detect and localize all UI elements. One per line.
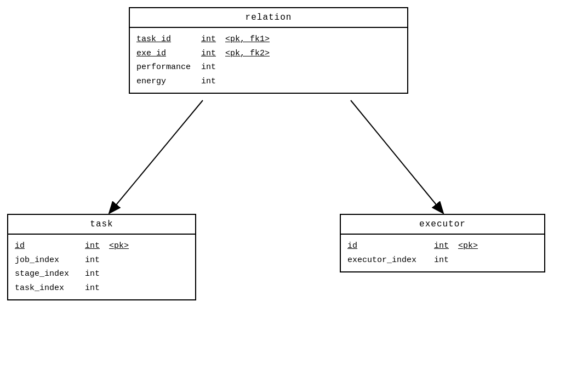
table-row: id int <pk> (15, 239, 189, 253)
field-type: int (85, 281, 105, 296)
entity-relation: relation task_id int <pk, fk1> exe_id in… (129, 7, 408, 94)
entity-executor-body: id int <pk> executor_index int (341, 235, 544, 271)
field-key: <pk> (458, 239, 478, 253)
entity-executor: executor id int <pk> executor_index int (340, 214, 545, 272)
field-type: int (201, 75, 221, 89)
entity-executor-header: executor (341, 215, 544, 235)
field-name: task_index (15, 281, 81, 296)
field-type: int (434, 239, 454, 253)
diagram-container: relation task_id int <pk, fk1> exe_id in… (0, 0, 565, 392)
field-key: <pk, fk2> (225, 47, 270, 61)
field-type: int (201, 32, 221, 47)
entity-task-header: task (8, 215, 195, 235)
field-name: id (15, 239, 81, 253)
table-row: exe_id int <pk, fk2> (136, 47, 401, 61)
entity-task-title: task (90, 219, 113, 229)
arrow-relation-executor (351, 100, 443, 213)
entity-relation-body: task_id int <pk, fk1> exe_id int <pk, fk… (130, 28, 407, 93)
field-name: exe_id (136, 47, 197, 61)
arrow-relation-task (110, 100, 203, 213)
field-type: int (201, 47, 221, 61)
field-name: performance (136, 60, 197, 75)
table-row: task_id int <pk, fk1> (136, 32, 401, 47)
entity-task: task id int <pk> job_index int stage_ind… (7, 214, 196, 300)
table-row: task_index int (15, 281, 189, 296)
field-type: int (85, 267, 105, 281)
table-row: executor_index int (347, 253, 538, 268)
field-type: int (201, 60, 221, 75)
field-type: int (85, 253, 105, 268)
entity-task-body: id int <pk> job_index int stage_index in… (8, 235, 195, 299)
field-name: energy (136, 75, 197, 89)
table-row: stage_index int (15, 267, 189, 281)
table-row: performance int (136, 60, 401, 75)
entity-relation-title: relation (246, 13, 292, 22)
field-name: id (347, 239, 430, 253)
field-key: <pk, fk1> (225, 32, 270, 47)
field-key: <pk> (109, 239, 129, 253)
field-name: task_id (136, 32, 197, 47)
field-type: int (434, 253, 454, 268)
field-name: job_index (15, 253, 81, 268)
entity-executor-title: executor (419, 219, 466, 229)
table-row: id int <pk> (347, 239, 538, 253)
field-name: executor_index (347, 253, 430, 268)
table-row: job_index int (15, 253, 189, 268)
entity-relation-header: relation (130, 8, 407, 28)
field-name: stage_index (15, 267, 81, 281)
field-type: int (85, 239, 105, 253)
table-row: energy int (136, 75, 401, 89)
